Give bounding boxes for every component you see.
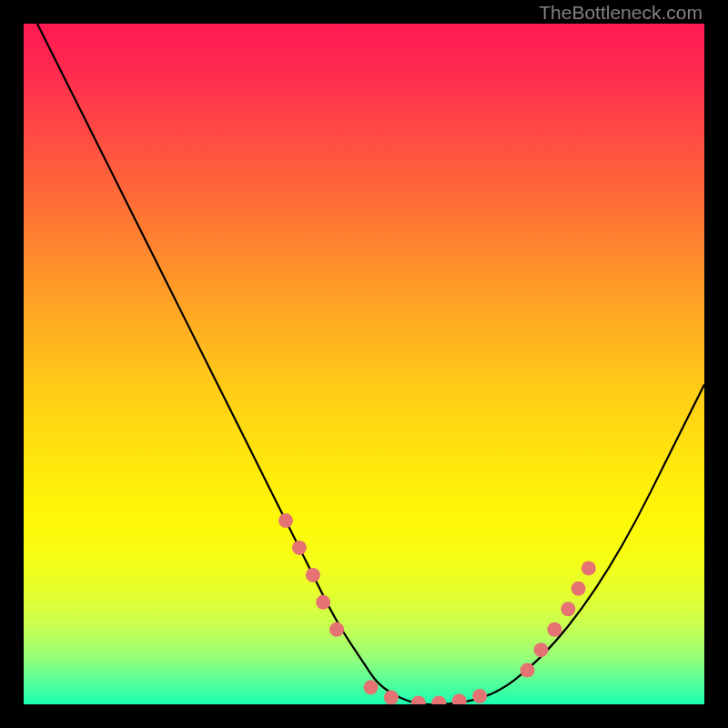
chart-background — [24, 24, 704, 704]
marker-dot — [329, 622, 344, 637]
marker-dot — [521, 663, 535, 678]
marker-dot — [533, 642, 548, 657]
marker-dot — [316, 595, 330, 610]
marker-dot — [561, 602, 575, 616]
marker-dot — [278, 513, 293, 528]
marker-dot — [547, 622, 561, 637]
marker-dot — [384, 691, 399, 704]
watermark-text: TheBottleneck.com — [539, 2, 703, 24]
marker-dot — [363, 680, 378, 694]
marker-dot — [306, 568, 320, 582]
chart-svg — [24, 24, 704, 704]
marker-dot — [292, 541, 307, 555]
marker-dot — [472, 689, 487, 703]
marker-dot — [581, 561, 596, 575]
chart-frame — [24, 24, 704, 704]
marker-dot — [571, 581, 586, 596]
